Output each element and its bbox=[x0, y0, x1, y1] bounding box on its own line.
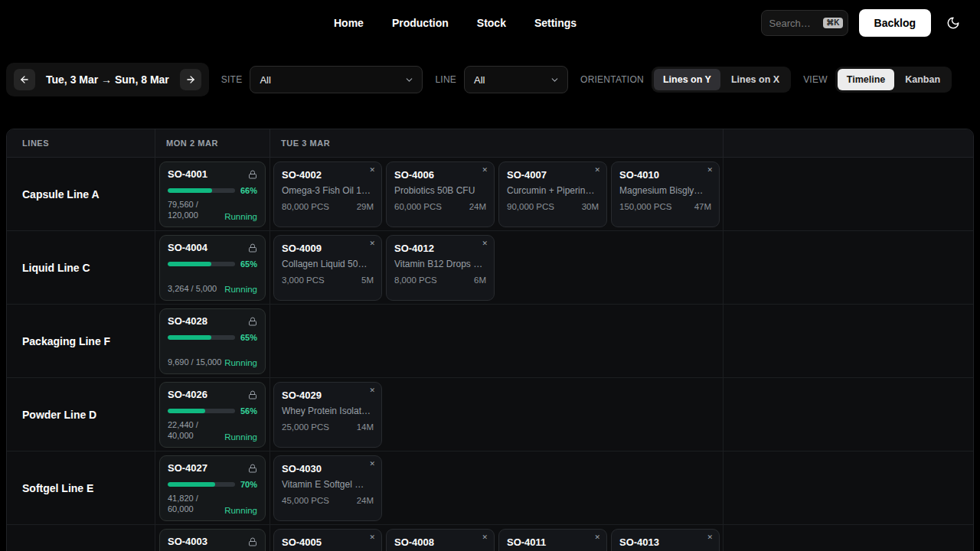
close-icon[interactable]: ✕ bbox=[480, 165, 489, 175]
scheduled-order-card[interactable]: ✕ SO-4013 bbox=[611, 529, 720, 551]
scheduled-order-card[interactable]: ✕ SO-4008 bbox=[386, 529, 495, 551]
schedule-grid: LINES MON 2 MAR TUE 3 MAR Capsule Line A… bbox=[6, 129, 974, 551]
line-name: Liquid Line C bbox=[22, 262, 90, 274]
scheduled-order-card[interactable]: ✕ SO-4030 Vitamin E Softgel … 45,000 PCS… bbox=[273, 455, 382, 521]
running-order-card[interactable]: SO-4026 56% 22,440 / 40,000 Running bbox=[159, 382, 266, 448]
next-week-button[interactable] bbox=[180, 69, 201, 90]
orientation-label: ORIENTATION bbox=[580, 74, 644, 85]
order-number: SO-4030 bbox=[282, 463, 374, 474]
scheduled-order-card[interactable]: ✕ SO-4007 Curcumin + Piperin… 90,000 PCS… bbox=[498, 161, 607, 227]
prev-week-button[interactable] bbox=[14, 69, 35, 90]
running-order-card[interactable]: SO-4001 66% 79,560 / 120,000 Running bbox=[159, 161, 266, 227]
close-icon[interactable]: ✕ bbox=[480, 533, 489, 543]
line-row: Capsule Line A SO-4001 66% 79,560 / 120,… bbox=[7, 158, 973, 231]
line-label: LINE bbox=[435, 74, 456, 85]
scheduled-order-card[interactable]: ✕ SO-4011 bbox=[498, 529, 607, 551]
backlog-button[interactable]: Backlog bbox=[859, 9, 931, 37]
progress-percent: 66% bbox=[240, 186, 257, 195]
line-select[interactable]: All bbox=[464, 66, 568, 93]
lock-icon bbox=[248, 537, 257, 546]
nav-settings[interactable]: Settings bbox=[534, 17, 577, 29]
nav-home[interactable]: Home bbox=[334, 17, 364, 29]
navbar-actions: ⌘K Backlog bbox=[761, 9, 965, 37]
close-icon[interactable]: ✕ bbox=[368, 386, 377, 396]
search-input[interactable] bbox=[769, 18, 818, 29]
line-name: Capsule Line A bbox=[22, 188, 100, 201]
view-timeline-button[interactable]: Timeline bbox=[838, 69, 894, 90]
nav-production[interactable]: Production bbox=[392, 17, 449, 29]
lock-icon bbox=[248, 464, 257, 473]
status-badge: Running bbox=[224, 212, 257, 221]
order-quantity: 8,000 PCS bbox=[394, 276, 437, 285]
product-name: Probiotics 50B CFU bbox=[394, 185, 486, 196]
search-box[interactable]: ⌘K bbox=[761, 10, 848, 36]
quantity-progress: 41,820 / 60,000 bbox=[168, 493, 223, 515]
view-kanban-button[interactable]: Kanban bbox=[896, 69, 949, 90]
line-name-cell: Capsule Line A bbox=[7, 158, 155, 231]
scheduled-order-card[interactable]: ✕ SO-4010 Magnesium Bisgly… 150,000 PCS … bbox=[611, 161, 720, 227]
view-segmented: Timeline Kanban bbox=[835, 67, 952, 93]
close-icon[interactable]: ✕ bbox=[705, 165, 714, 175]
close-icon[interactable]: ✕ bbox=[368, 165, 377, 175]
order-number: SO-4002 bbox=[282, 169, 374, 181]
running-order-card[interactable]: SO-4027 70% 41,820 / 60,000 Running bbox=[159, 455, 266, 521]
order-quantity: 60,000 PCS bbox=[394, 202, 442, 211]
line-name: Packaging Line F bbox=[22, 335, 110, 347]
view-toggle-group: VIEW Timeline Kanban bbox=[803, 67, 952, 93]
next-day-cell bbox=[724, 158, 973, 231]
tue-day-cell: ✕ SO-4002 Omega-3 Fish Oil 1… 80,000 PCS… bbox=[270, 158, 724, 231]
close-icon[interactable]: ✕ bbox=[368, 533, 377, 543]
scheduled-order-card[interactable]: ✕ SO-4002 Omega-3 Fish Oil 1… 80,000 PCS… bbox=[273, 161, 382, 227]
mon-day-cell: SO-4001 66% 79,560 / 120,000 Running bbox=[155, 158, 270, 231]
mon-day-cell: SO-4028 65% 9,690 / 15,000 Running bbox=[155, 305, 270, 378]
close-icon[interactable]: ✕ bbox=[368, 459, 377, 469]
close-icon[interactable]: ✕ bbox=[705, 533, 714, 543]
running-order-card[interactable]: SO-4028 65% 9,690 / 15,000 Running bbox=[159, 308, 266, 374]
progress-bar bbox=[168, 409, 235, 413]
search-shortcut-kbd: ⌘K bbox=[823, 18, 842, 28]
order-number: SO-4010 bbox=[619, 169, 711, 181]
close-icon[interactable]: ✕ bbox=[480, 239, 489, 249]
site-select[interactable]: All bbox=[250, 66, 423, 93]
line-row: Packaging Line F SO-4028 65% 9,690 / 15,… bbox=[7, 305, 973, 378]
nav-stock[interactable]: Stock bbox=[477, 17, 506, 29]
close-icon[interactable]: ✕ bbox=[593, 533, 602, 543]
mon-day-cell: SO-4026 56% 22,440 / 40,000 Running bbox=[155, 378, 270, 452]
scheduled-order-card[interactable]: ✕ SO-4012 Vitamin B12 Drops … 8,000 PCS … bbox=[386, 235, 495, 301]
product-name: Magnesium Bisgly… bbox=[619, 185, 711, 196]
line-row: Liquid Line C SO-4004 65% 3,264 / 5,000 … bbox=[7, 231, 973, 305]
scheduled-order-card[interactable]: ✕ SO-4006 Probiotics 50B CFU 60,000 PCS … bbox=[386, 161, 495, 227]
orientation-lines-on-x-button[interactable]: Lines on X bbox=[722, 69, 789, 90]
order-quantity: 25,000 PCS bbox=[282, 422, 329, 432]
quantity-progress: 79,560 / 120,000 bbox=[168, 199, 223, 221]
scheduled-order-card[interactable]: ✕ SO-4005 bbox=[273, 529, 382, 551]
scheduled-order-card[interactable]: ✕ SO-4029 Whey Protein Isolat… 25,000 PC… bbox=[273, 382, 382, 448]
theme-toggle-button[interactable] bbox=[942, 11, 965, 34]
running-order-card[interactable]: SO-4004 65% 3,264 / 5,000 Running bbox=[159, 235, 266, 301]
chevron-down-icon bbox=[404, 75, 414, 85]
day-header-next bbox=[724, 129, 973, 157]
lock-icon bbox=[248, 243, 257, 253]
quantity-progress: 22,440 / 40,000 bbox=[168, 419, 223, 442]
order-number: SO-4011 bbox=[507, 536, 599, 548]
running-order-card[interactable]: SO-4003 bbox=[159, 529, 266, 551]
order-number: SO-4009 bbox=[282, 243, 374, 254]
order-duration: 30M bbox=[582, 202, 599, 211]
next-day-cell bbox=[724, 305, 973, 378]
mon-day-cell: SO-4003 bbox=[155, 525, 270, 551]
site-select-value: All bbox=[260, 74, 270, 86]
progress-percent: 65% bbox=[240, 259, 257, 269]
orientation-lines-on-y-button[interactable]: Lines on Y bbox=[654, 69, 720, 90]
next-day-cell bbox=[724, 452, 973, 525]
lock-icon bbox=[248, 390, 257, 399]
line-name-cell bbox=[7, 525, 155, 551]
close-icon[interactable]: ✕ bbox=[368, 239, 377, 249]
next-day-cell bbox=[724, 525, 973, 551]
status-badge: Running bbox=[224, 506, 257, 515]
progress-bar bbox=[168, 335, 235, 340]
scheduled-order-card[interactable]: ✕ SO-4009 Collagen Liquid 50… 3,000 PCS … bbox=[273, 235, 382, 301]
site-filter-group: SITE All bbox=[221, 66, 423, 93]
next-day-cell bbox=[724, 231, 973, 305]
close-icon[interactable]: ✕ bbox=[593, 165, 602, 175]
grid-body: Capsule Line A SO-4001 66% 79,560 / 120,… bbox=[7, 158, 973, 551]
